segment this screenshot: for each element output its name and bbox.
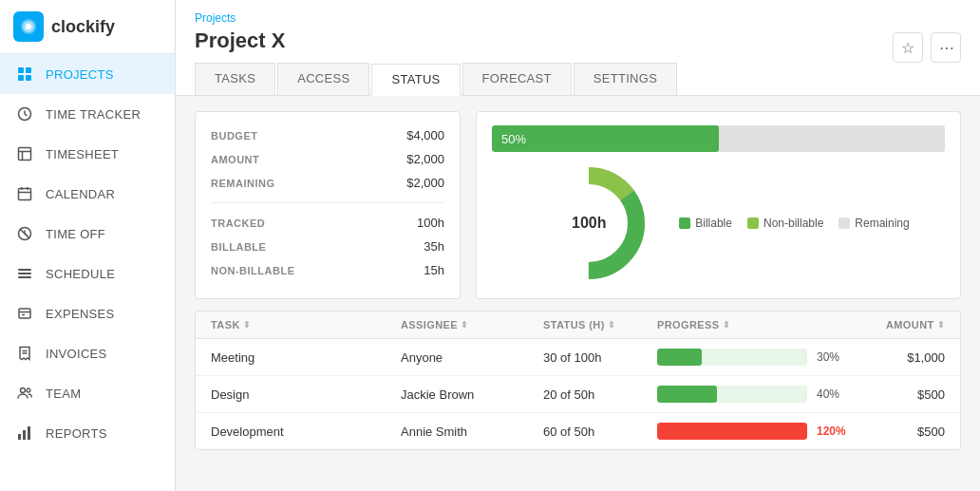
nonbillable-dot [747,217,759,229]
progress-container: 30% [657,349,850,366]
grid-icon [15,65,34,84]
budget-label: BUDGET [211,130,257,142]
nonbillable-row: NON-BILLABLE 15h [211,258,444,282]
sort-icon: ⇕ [461,320,468,330]
tab-tasks[interactable]: TASKS [195,63,275,95]
sidebar-item-expenses[interactable]: EXPENSES [0,293,175,333]
team-icon [15,384,34,403]
tab-access[interactable]: ACCESS [277,63,369,95]
calendar-icon [15,184,34,203]
cell-amount: $1,000 [850,350,945,365]
tab-forecast[interactable]: FORECAST [462,63,572,95]
sidebar-item-label: PROJECTS [46,67,114,82]
progress-fill [657,349,702,366]
sidebar-item-projects[interactable]: PROJECTS [0,54,175,94]
th-progress: PROGRESS ⇕ [657,319,850,330]
cell-task: Meeting [211,350,401,365]
chart-panel: 50% 100h [476,111,961,299]
cell-status: 60 of 50h [543,425,657,439]
sidebar-item-team[interactable]: TEAM [0,373,175,413]
remaining-label: REMAINING [211,178,274,189]
star-button[interactable]: ☆ [893,32,923,63]
sidebar-item-calendar[interactable]: CALENDAR [0,174,175,214]
sort-icon: ⇕ [937,320,945,330]
sidebar-item-label: CALENDAR [46,187,115,201]
budget-row: BUDGET $4,000 [211,123,444,147]
cell-assignee: Jackie Brown [401,387,543,402]
billable-dot [679,217,690,229]
timesheet-icon [15,144,34,163]
time-off-icon [15,224,34,243]
svg-rect-2 [26,67,31,73]
legend-remaining: Remaining [839,217,909,230]
sidebar-item-invoices[interactable]: INVOICES [0,333,175,373]
billable-row: BILLABLE 35h [211,235,444,258]
svg-point-0 [26,24,31,29]
nonbillable-label: NON-BILLABLE [211,265,295,276]
th-amount: AMOUNT ⇕ [850,319,945,330]
sidebar-item-label: TIME TRACKER [46,107,141,122]
tabs: TASKS ACCESS STATUS FORECAST SETTINGS [195,63,961,95]
tab-settings[interactable]: SETTINGS [574,63,677,95]
legend-billable-label: Billable [695,217,732,230]
svg-rect-4 [26,75,31,81]
progress-container: 40% [657,386,850,403]
progress-pct: 30% [817,350,850,364]
legend-nonbillable-label: Non-billable [763,217,823,230]
sidebar-item-label: INVOICES [46,347,107,361]
cell-amount: $500 [850,425,945,439]
progress-bg [657,386,807,403]
legend-remaining-label: Remaining [855,217,909,230]
expenses-icon [15,304,34,323]
svg-rect-1 [18,67,24,73]
th-assignee: ASSIGNEE ⇕ [401,319,543,330]
sidebar-item-label: TEAM [46,387,81,401]
th-task: TASK ⇕ [211,319,401,330]
donut-chart: 100h [527,161,650,285]
svg-rect-6 [19,148,31,161]
billable-label: BILLABLE [211,241,266,253]
tab-status[interactable]: STATUS [371,64,460,96]
tracked-label: TRACKED [211,217,265,229]
svg-rect-18 [19,309,30,318]
more-button[interactable]: ⋯ [931,32,961,63]
nonbillable-value: 15h [424,263,444,277]
table-header: TASK ⇕ ASSIGNEE ⇕ STATUS (h) ⇕ PROGRESS … [196,312,960,339]
sort-icon: ⇕ [608,320,615,330]
sidebar-item-reports[interactable]: REPORTS [0,413,175,453]
logo-area: clockify [0,0,175,54]
cell-progress: 120% [657,423,850,440]
svg-point-23 [21,388,26,393]
remaining-row: REMAINING $2,000 [211,171,444,195]
sidebar-item-label: EXPENSES [46,307,115,321]
remaining-value: $2,000 [406,176,444,190]
progress-fill-over [657,423,807,440]
progress-bg [657,349,807,366]
schedule-icon [15,264,34,283]
table-row: Development Annie Smith 60 of 50h 120% $… [196,413,960,449]
main-content: Projects Project X ☆ ⋯ TASKS ACCESS STAT… [176,0,980,491]
amount-row: AMOUNT $2,000 [211,147,444,171]
app-logo-icon [13,11,44,42]
billable-value: 35h [424,239,444,254]
cell-task: Development [211,425,401,439]
sort-icon: ⇕ [723,320,730,330]
chart-legend: Billable Non-billable Remaining [679,217,909,230]
cell-status: 30 of 100h [543,350,657,365]
svg-rect-27 [28,426,30,440]
sidebar-item-timesheet[interactable]: TIMESHEET [0,134,175,174]
remaining-dot [839,217,850,229]
progress-bg-over [657,423,807,440]
amount-label: AMOUNT [211,154,259,165]
budget-value: $4,000 [406,128,444,142]
budget-progress-bar: 50% [492,125,945,152]
sidebar-item-time-tracker[interactable]: TIME TRACKER [0,94,175,134]
sidebar-item-time-off[interactable]: TIME OFF [0,214,175,254]
progress-pct: 40% [817,387,850,401]
main-header: Projects Project X ☆ ⋯ TASKS ACCESS STAT… [176,0,980,96]
svg-rect-17 [18,276,31,278]
svg-rect-26 [23,430,26,440]
legend-billable: Billable [679,217,732,230]
sidebar-item-schedule[interactable]: SCHEDULE [0,254,175,293]
reports-icon [15,424,34,443]
